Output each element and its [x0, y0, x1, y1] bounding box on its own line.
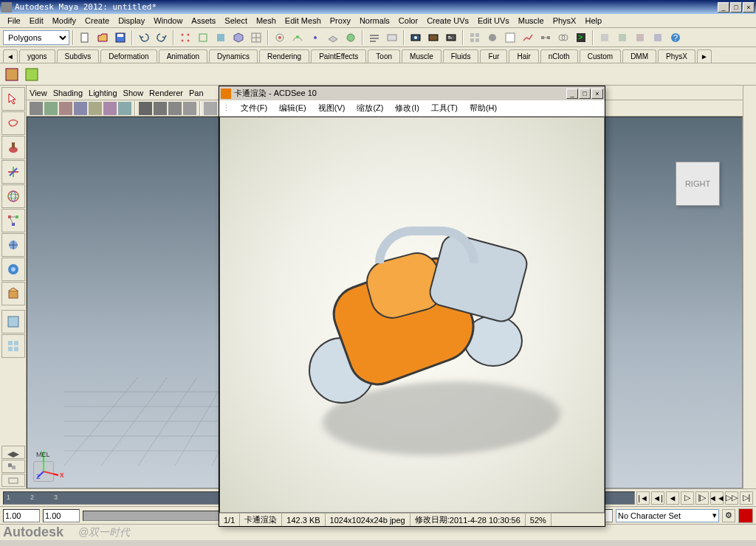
select-edge-button[interactable] [195, 30, 211, 46]
paint-tool[interactable] [1, 136, 25, 159]
anim-prefs-button[interactable]: ⚙ [722, 509, 735, 522]
panel-icon-9[interactable] [154, 102, 167, 115]
menu-edit[interactable]: Edit [25, 15, 48, 27]
snap-point-button[interactable] [307, 30, 323, 46]
menu-display[interactable]: Display [114, 15, 149, 27]
shelf-tab-dynamics[interactable]: Dynamics [209, 49, 258, 63]
play-back-button[interactable]: ◄ [666, 491, 679, 505]
panel-icon-1[interactable] [30, 102, 43, 115]
panel-icon-5[interactable] [89, 102, 102, 115]
new-scene-button[interactable] [77, 30, 93, 46]
shelf-scroll-left[interactable]: ◄ [3, 49, 18, 63]
select-face-button[interactable] [213, 30, 229, 46]
menu-mesh[interactable]: Mesh [252, 15, 281, 27]
select-uv-button[interactable] [248, 30, 264, 46]
rotate-tool[interactable] [1, 184, 25, 208]
move-tool[interactable] [1, 160, 25, 184]
acdsee-menu-edit[interactable]: 编辑(E) [275, 101, 311, 115]
menu-edituvs[interactable]: Edit UVs [473, 15, 514, 27]
step-fwd-button[interactable]: |▷ [695, 491, 709, 505]
menu-color[interactable]: Color [394, 15, 422, 27]
menu-modify[interactable]: Modify [48, 15, 80, 27]
scale-tool[interactable] [1, 209, 25, 232]
panel-icon-8[interactable] [139, 102, 152, 115]
history-off-button[interactable] [384, 30, 400, 46]
menu-normals[interactable]: Normals [355, 15, 394, 27]
snap-grid-button[interactable] [272, 30, 288, 46]
menu-window[interactable]: Window [149, 15, 187, 27]
undo-button[interactable] [136, 30, 152, 46]
open-scene-button[interactable] [94, 30, 111, 46]
close-button[interactable]: × [743, 2, 755, 13]
menu-proxy[interactable]: Proxy [326, 15, 355, 27]
panel-icon-7[interactable] [118, 102, 131, 115]
panel-menu-renderer[interactable]: Renderer [149, 89, 183, 97]
four-view-button[interactable] [1, 334, 25, 358]
go-start-button[interactable]: |◄ [636, 491, 650, 505]
history-button[interactable] [366, 30, 382, 46]
hypershade-button[interactable] [484, 30, 501, 46]
acdsee-image-viewer[interactable] [219, 117, 605, 513]
soft-tool[interactable] [1, 258, 25, 281]
shelf-tab-painteffects[interactable]: PaintEffects [311, 49, 366, 63]
shelf-tab-ncloth[interactable]: nCloth [540, 49, 578, 63]
layer-toggle-2[interactable] [1, 460, 25, 473]
menu-physx[interactable]: PhysX [549, 15, 581, 27]
lasso-tool[interactable] [1, 111, 25, 135]
play-fwd-button[interactable]: ▷ [681, 491, 694, 505]
menu-create[interactable]: Create [80, 15, 114, 27]
autokey-button[interactable] [738, 508, 753, 523]
snap-live-button[interactable] [343, 30, 359, 46]
shelf-tab-physx[interactable]: PhysX [658, 49, 695, 63]
panel-menu-show[interactable]: Show [123, 89, 144, 97]
panel-icon-10[interactable] [168, 102, 182, 115]
layer-toggle-3[interactable] [1, 474, 25, 487]
snap-plane-button[interactable] [325, 30, 341, 46]
panel-icon-2[interactable] [44, 102, 58, 115]
extra-button-4[interactable] [650, 30, 666, 46]
rel-editor-button[interactable] [537, 30, 554, 46]
range-start-inner[interactable] [43, 509, 80, 522]
panel-menu-shading[interactable]: Shading [53, 89, 83, 97]
shelf-scroll-right[interactable]: ► [697, 49, 712, 63]
script-editor-button[interactable]: > [573, 30, 589, 46]
menu-createuvs[interactable]: Create UVs [422, 15, 473, 27]
key-fwd-button[interactable]: ▷▷ [725, 491, 738, 505]
shelf-tab-fluids[interactable]: Fluids [443, 49, 479, 63]
panel-menu-panels[interactable]: Pan [189, 89, 204, 97]
shelf-tab-hair[interactable]: Hair [509, 49, 538, 63]
shelf-tab-subdivs[interactable]: Subdivs [57, 49, 100, 63]
panel-icon-4[interactable] [74, 102, 87, 115]
acdsee-menu-zoom[interactable]: 缩放(Z) [352, 101, 388, 115]
acdsee-close-button[interactable]: × [591, 89, 603, 99]
menu-file[interactable]: File [3, 15, 25, 27]
help-button[interactable]: ? [667, 30, 684, 46]
shelf-tab-rendering[interactable]: Rendering [259, 49, 309, 63]
extra-button-3[interactable] [632, 30, 648, 46]
render-settings-button[interactable] [443, 30, 459, 46]
sets-button[interactable] [555, 30, 571, 46]
shelf-tab-toon[interactable]: Toon [368, 49, 400, 63]
shelf-tab-custom[interactable]: Custom [580, 49, 621, 63]
module-selector[interactable]: Polygons [3, 30, 69, 45]
manip-tool[interactable] [1, 233, 25, 257]
ipr-button[interactable] [425, 30, 441, 46]
panel-menu-lighting[interactable]: Lighting [89, 89, 117, 97]
acdsee-menu-tools[interactable]: 工具(T) [427, 101, 462, 115]
redo-button[interactable] [154, 30, 170, 46]
character-set-select[interactable]: No Character Set▾ [616, 509, 719, 522]
menu-muscle[interactable]: Muscle [514, 15, 549, 27]
panel-icon-3[interactable] [59, 102, 72, 115]
acdsee-menu-file[interactable]: 文件(F) [236, 101, 272, 115]
select-vertex-button[interactable] [177, 30, 193, 46]
range-start-outer[interactable] [3, 509, 40, 522]
shelf-tab-deformation[interactable]: Deformation [100, 49, 157, 63]
menu-editmesh[interactable]: Edit Mesh [281, 15, 326, 27]
layout-button[interactable] [467, 30, 483, 46]
panel-icon-11[interactable] [183, 102, 196, 115]
panel-icon-6[interactable] [103, 102, 117, 115]
layer-toggle-1[interactable] [1, 446, 25, 459]
shelf-tab-fur[interactable]: Fur [480, 49, 507, 63]
extra-button-2[interactable] [614, 30, 630, 46]
save-scene-button[interactable] [112, 30, 128, 46]
